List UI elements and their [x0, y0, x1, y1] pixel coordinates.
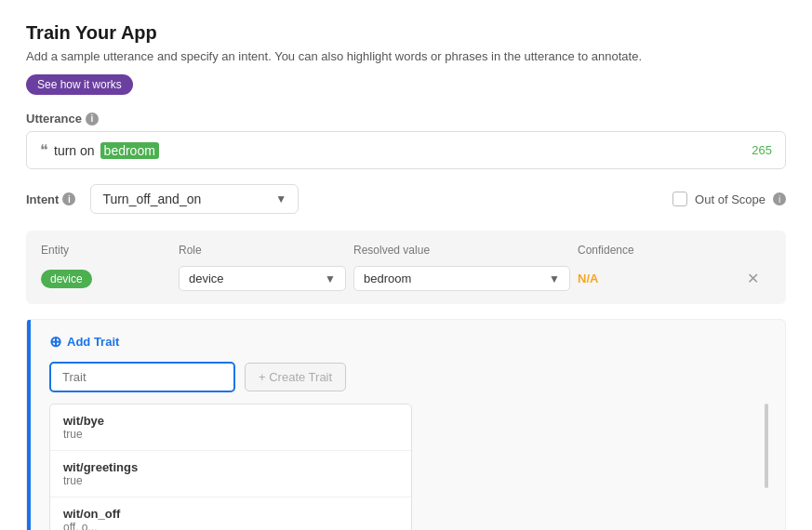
intent-select[interactable]: Turn_off_and_on ▼ — [90, 184, 299, 214]
see-how-button[interactable]: See how it works — [26, 74, 133, 95]
confidence-value: N/A — [578, 272, 726, 285]
trait-item-name: wit/greetings — [63, 460, 398, 474]
list-item[interactable]: wit/on_off off, o... — [50, 497, 411, 530]
actions-col-header — [734, 244, 771, 257]
add-trait-section: ⊕ Add Trait + Create Trait wit/bye true … — [26, 319, 786, 530]
utterance-label: Utterance i — [26, 112, 786, 126]
role-chevron-icon: ▼ — [325, 272, 336, 285]
char-count: 265 — [752, 143, 772, 157]
resolved-value-text: bedroom — [364, 272, 411, 285]
page-title: Train Your App — [26, 22, 786, 44]
intent-row: Intent i Turn_off_and_on ▼ Out of Scope … — [26, 184, 786, 214]
resolved-col-header: Resolved value — [353, 244, 570, 257]
entity-table: Entity Role Resolved value Confidence de… — [26, 231, 786, 304]
quote-icon: ❝ — [40, 141, 48, 159]
trait-item-name: wit/on_off — [63, 507, 398, 521]
intent-label-text: Intent — [26, 192, 59, 206]
trait-item-value: true — [63, 474, 398, 487]
role-col-header: Role — [179, 244, 346, 257]
trait-dropdown-area: wit/bye true wit/greetings true wit/on_o… — [49, 404, 770, 530]
add-trait-header[interactable]: ⊕ Add Trait — [49, 333, 770, 351]
trait-input-row: + Create Trait — [49, 362, 770, 392]
intent-select-value: Turn_off_and_on — [102, 192, 201, 206]
list-item[interactable]: wit/bye true — [50, 404, 411, 451]
out-of-scope-info-icon[interactable]: i — [773, 192, 786, 205]
out-of-scope-label: Out of Scope — [695, 192, 765, 206]
table-row: device device ▼ bedroom ▼ N/A ✕ — [41, 266, 771, 291]
utterance-text: ❝ turn on bedroom — [40, 141, 159, 159]
utterance-info-icon[interactable]: i — [86, 113, 99, 126]
trait-item-name: wit/bye — [63, 414, 398, 428]
add-trait-icon: ⊕ — [49, 333, 61, 351]
trait-item-value: true — [63, 428, 398, 441]
entity-col-header: Entity — [41, 244, 171, 257]
confidence-col-header: Confidence — [578, 244, 726, 257]
utterance-box: ❝ turn on bedroom 265 — [26, 131, 786, 169]
dropdown-scrollbar[interactable] — [765, 404, 768, 488]
entity-table-header: Entity Role Resolved value Confidence — [41, 244, 771, 257]
trait-input[interactable] — [49, 362, 235, 392]
utterance-highlighted-word: bedroom — [100, 142, 159, 159]
utterance-label-text: Utterance — [26, 112, 82, 126]
trait-dropdown: wit/bye true wit/greetings true wit/on_o… — [49, 404, 412, 530]
utterance-plain-text: turn on — [54, 143, 95, 158]
blue-accent-bar — [27, 320, 31, 530]
trait-item-value: off, o... — [63, 521, 398, 530]
intent-label: Intent i — [26, 192, 75, 206]
entity-badge-cell: device — [41, 270, 171, 288]
remove-entity-button[interactable]: ✕ — [734, 270, 771, 287]
list-item[interactable]: wit/greetings true — [50, 451, 411, 497]
create-trait-button[interactable]: + Create Trait — [245, 363, 346, 391]
intent-info-icon[interactable]: i — [62, 192, 75, 205]
add-trait-label: Add Trait — [67, 335, 119, 349]
resolved-value-select[interactable]: bedroom ▼ — [353, 266, 570, 291]
role-select-value: device — [189, 272, 224, 285]
out-of-scope-group: Out of Scope i — [672, 192, 786, 206]
resolved-chevron-icon: ▼ — [549, 272, 560, 285]
out-of-scope-checkbox[interactable] — [672, 192, 687, 206]
chevron-down-icon: ▼ — [275, 192, 286, 205]
entity-badge: device — [41, 270, 92, 288]
page-subtitle: Add a sample utterance and specify an in… — [26, 49, 786, 63]
role-select[interactable]: device ▼ — [179, 266, 346, 291]
